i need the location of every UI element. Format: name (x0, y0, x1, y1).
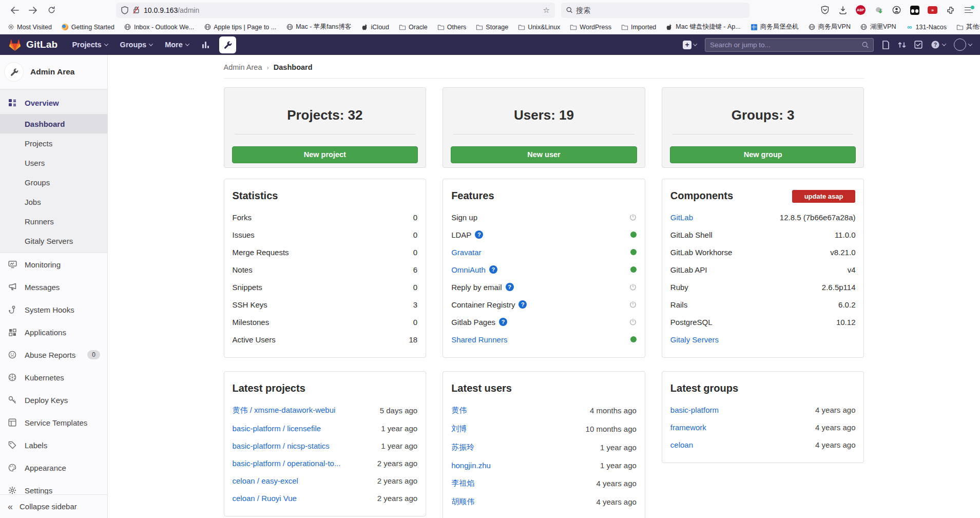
bookmark-huli-vpn[interactable]: 湖里VPN (860, 23, 896, 31)
gitlab-brand[interactable]: GitLab (26, 39, 57, 50)
sidebar-item-groups[interactable]: Groups (0, 172, 107, 192)
reload-button[interactable] (44, 3, 59, 17)
bookmark-folder-unix-linux[interactable]: Unix&Linux (518, 24, 560, 31)
extensions-puzzle-icon[interactable] (945, 5, 956, 15)
bookmark-getting-started[interactable]: Getting Started (62, 24, 114, 31)
bookmark-folder-others[interactable]: Others (437, 24, 467, 31)
user-menu[interactable] (954, 39, 972, 51)
group-link[interactable]: basic-platform (670, 406, 719, 414)
omniauth-link[interactable]: OmniAuth (451, 265, 486, 274)
back-button[interactable] (7, 3, 22, 17)
tracking-protection-shield-icon[interactable] (121, 6, 128, 14)
gitaly-servers-link[interactable]: Gitaly Servers (670, 335, 719, 344)
sidebar-item-deploy-keys[interactable]: Deploy Keys (0, 389, 107, 411)
bookmark-star-icon[interactable]: ☆ (543, 6, 550, 15)
nav-groups-menu[interactable]: Groups (115, 37, 158, 52)
shared-runners-link[interactable]: Shared Runners (451, 335, 507, 344)
bookmark-folder-imported[interactable]: Imported (621, 24, 656, 31)
bookmark-folder-wordpress[interactable]: WordPress (570, 24, 611, 31)
project-link[interactable]: basic-platform / operational-to... (233, 459, 341, 468)
help-menu[interactable]: ? (931, 40, 946, 49)
sidebar-item-projects[interactable]: Projects (0, 133, 107, 153)
bookmark-inbox-outlook[interactable]: Inbox - Outlook We... (124, 24, 194, 31)
sidebar-item-runners[interactable]: Runners (0, 212, 107, 231)
admin-area-active-tab[interactable] (219, 36, 236, 53)
issues-icon[interactable] (882, 41, 890, 49)
account-icon[interactable] (891, 5, 902, 15)
project-link[interactable]: celoan / easy-excel (233, 476, 298, 485)
gitlab-logo[interactable] (8, 39, 22, 51)
browser-search-bar[interactable] (561, 3, 750, 18)
bookmark-icloud[interactable]: iCloud (361, 24, 389, 31)
sidebar-item-service-templates[interactable]: Service Templates (0, 411, 107, 434)
project-link[interactable]: basic-platform / nicsp-statics (233, 442, 330, 450)
gitlab-search-input[interactable] (710, 41, 862, 49)
sidebar-item-appearance[interactable]: Appearance (0, 456, 107, 479)
browser-search-input[interactable] (576, 6, 744, 14)
breadcrumb-admin-area[interactable]: Admin Area (224, 63, 262, 71)
user-link[interactable]: 胡顺伟 (451, 497, 474, 507)
project-link[interactable]: celoan / Ruoyi Vue (233, 494, 297, 503)
forward-button[interactable] (26, 3, 40, 17)
bookmark-business-vpn[interactable]: 商务局VPN (809, 23, 851, 31)
project-link[interactable]: 黄伟 / xmsme-datawork-webui (233, 406, 336, 415)
help-icon[interactable]: ? (506, 283, 514, 291)
sidebar-item-monitoring[interactable]: Monitoring (0, 253, 107, 276)
sidebar-item-abuse-reports[interactable]: Abuse Reports 0 (0, 343, 107, 366)
menu-icon[interactable] (963, 5, 974, 15)
new-user-button[interactable]: New user (451, 146, 637, 163)
gitlab-search-bar[interactable] (705, 38, 874, 52)
help-icon[interactable]: ? (499, 318, 507, 326)
sidebar-item-labels[interactable]: Labels (0, 434, 107, 456)
gitlab-version-link[interactable]: GitLab (670, 213, 693, 222)
sidebar-item-kubernetes[interactable]: Kubernetes (0, 366, 107, 389)
bookmark-apple-tips[interactable]: Apple tips | Page to ... (204, 24, 276, 31)
sidebar-item-system-hooks[interactable]: System Hooks (0, 298, 107, 321)
new-project-button[interactable]: New project (232, 146, 418, 163)
group-link[interactable]: celoan (670, 440, 693, 449)
nav-more-menu[interactable]: More (160, 37, 194, 52)
gravatar-link[interactable]: Gravatar (451, 248, 481, 257)
group-link[interactable]: framework (670, 423, 706, 432)
user-link[interactable]: hongjin.zhu (451, 461, 491, 470)
other-bookmarks[interactable]: 其他书签 (956, 23, 980, 31)
address-bar[interactable]: 10.0.9.163/admin ☆ (116, 3, 555, 18)
update-asap-button[interactable]: update asap (792, 190, 856, 203)
bookmark-bastion-host[interactable]: 商务局堡垒机 (751, 23, 799, 31)
adblock-plus-icon[interactable]: ABP (855, 5, 866, 15)
bookmark-folder-storage[interactable]: Storage (476, 24, 508, 31)
sidebar-item-dashboard[interactable]: Dashboard (0, 114, 107, 133)
collapse-sidebar-button[interactable]: « Collapse sidebar (0, 494, 107, 518)
user-link[interactable]: 黄伟 (451, 406, 467, 415)
bookmark-most-visited[interactable]: Most Visited (7, 24, 52, 31)
user-link[interactable]: 李祖焰 (451, 478, 474, 488)
sidebar-item-applications[interactable]: Applications 0 (0, 321, 107, 343)
user-link[interactable]: 苏振玲 (451, 443, 474, 452)
sidebar-item-gitaly-servers[interactable]: Gitaly Servers (0, 231, 107, 251)
pocket-shield-icon[interactable] (819, 5, 830, 15)
merge-requests-icon[interactable] (898, 41, 906, 49)
insecure-lock-icon[interactable] (133, 6, 140, 14)
sidebar-item-users[interactable]: Users (0, 153, 107, 172)
bookmark-nacos[interactable]: ∞131-Nacos (906, 24, 947, 31)
sidebar-item-overview[interactable]: Overview (0, 91, 107, 114)
video-downloader-icon[interactable] (873, 5, 884, 15)
help-icon[interactable]: ? (475, 231, 483, 239)
bookmark-mac-shortcuts[interactable]: Mac 键盘快捷键 - Ap... (666, 23, 740, 31)
analytics-chart-icon[interactable] (199, 41, 212, 48)
bookmark-mac-fans-blog[interactable]: Mac - 苹果fans博客 (286, 23, 351, 31)
user-link[interactable]: 刘博 (451, 424, 467, 434)
media-downloader-extension-icon[interactable]: » (927, 5, 938, 15)
project-link[interactable]: basic-platform / licensefile (233, 424, 321, 433)
panda-extension-icon[interactable] (909, 5, 920, 15)
sidebar-item-jobs[interactable]: Jobs (0, 192, 107, 212)
sidebar-item-messages[interactable]: Messages (0, 276, 107, 298)
todos-icon[interactable] (914, 41, 923, 49)
help-icon[interactable]: ? (489, 265, 497, 274)
new-group-button[interactable]: New group (670, 146, 856, 163)
downloads-icon[interactable] (837, 5, 848, 15)
nav-projects-menu[interactable]: Projects (67, 37, 112, 52)
help-icon[interactable]: ? (518, 300, 527, 309)
bookmark-folder-oracle[interactable]: Oracle (399, 24, 428, 31)
new-menu-button[interactable]: + (683, 41, 697, 49)
